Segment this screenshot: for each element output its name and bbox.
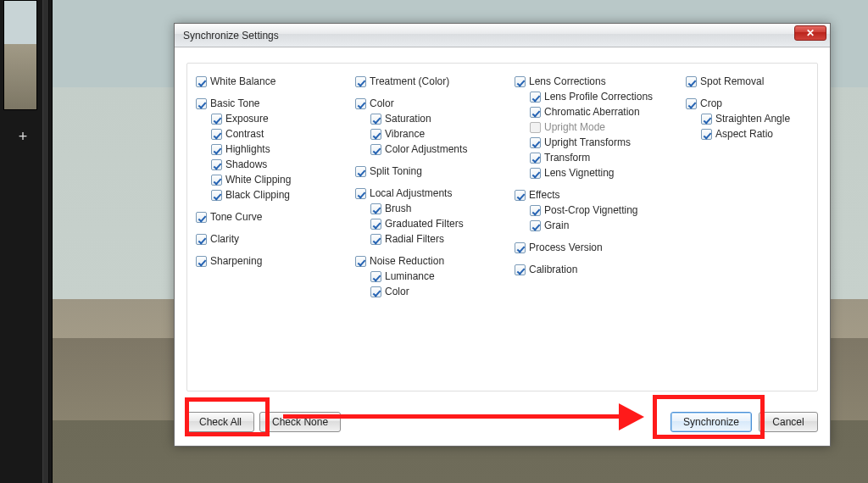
chk-straighten-angle[interactable]: Straighten Angle	[701, 111, 809, 126]
chk-saturation[interactable]: Saturation	[370, 111, 506, 126]
dialog-titlebar: Synchronize Settings	[175, 24, 830, 47]
chk-post-crop-vig[interactable]: Post-Crop Vignetting	[530, 203, 677, 218]
chk-upright-transforms[interactable]: Upright Transforms	[530, 135, 677, 150]
chk-calibration[interactable]: Calibration	[515, 262, 677, 277]
check-none-button[interactable]: Check None	[259, 412, 341, 432]
label: Basic Tone	[210, 97, 259, 109]
chk-shadows[interactable]: Shadows	[211, 157, 347, 172]
chk-color[interactable]: Color	[355, 96, 506, 111]
label: Crop	[700, 97, 722, 109]
chk-local-adjustments[interactable]: Local Adjustments	[355, 186, 506, 201]
chk-radial-filters[interactable]: Radial Filters	[370, 231, 506, 247]
chk-brush[interactable]: Brush	[370, 201, 506, 216]
dialog-content: White Balance Basic Tone Exposure Contra…	[186, 63, 818, 391]
chk-effects[interactable]: Effects	[515, 187, 677, 203]
chk-white-clipping[interactable]: White Clipping	[211, 172, 347, 187]
label: Lens Corrections	[529, 75, 606, 87]
chk-basic-tone[interactable]: Basic Tone	[196, 96, 347, 111]
label: Color Adjustments	[385, 143, 467, 155]
dialog-button-row: Check All Check None Synchronize Cancel	[186, 412, 818, 432]
chk-tone-curve[interactable]: Tone Curve	[196, 209, 347, 225]
label: Black Clipping	[225, 189, 290, 201]
chk-noise-color[interactable]: Color	[370, 284, 506, 299]
label: Grain	[544, 219, 569, 231]
label: Luminance	[385, 270, 435, 282]
label: Split Toning	[370, 165, 422, 177]
chk-lens-profile[interactable]: Lens Profile Corrections	[530, 89, 677, 104]
plus-icon[interactable]: +	[15, 129, 31, 144]
label: Tone Curve	[210, 211, 262, 223]
chk-lens-vignetting[interactable]: Lens Vignetting	[530, 165, 677, 180]
chk-process-version[interactable]: Process Version	[515, 240, 677, 255]
label: Treatment (Color)	[370, 75, 449, 87]
chk-upright-mode: Upright Mode	[530, 119, 677, 135]
label: Straighten Angle	[715, 113, 790, 125]
chk-graduated-filters[interactable]: Graduated Filters	[370, 216, 506, 231]
chk-split-toning[interactable]: Split Toning	[355, 164, 506, 179]
chk-chromatic[interactable]: Chromatic Aberration	[530, 104, 677, 119]
filmstrip-thumb[interactable]	[3, 0, 37, 110]
chk-white-balance[interactable]: White Balance	[196, 74, 347, 89]
synchronize-settings-dialog: Synchronize Settings White Balance Basic…	[174, 23, 831, 447]
chk-clarity[interactable]: Clarity	[196, 231, 347, 247]
label: Highlights	[225, 143, 270, 155]
label: Brush	[385, 203, 411, 214]
label: Local Adjustments	[370, 187, 452, 199]
label: White Balance	[210, 75, 275, 87]
label: Noise Reduction	[370, 255, 444, 267]
label: Post-Crop Vignetting	[544, 204, 638, 216]
label: White Clipping	[225, 174, 291, 186]
panel-separator	[42, 0, 49, 483]
close-icon[interactable]	[794, 25, 826, 41]
chk-sharpening[interactable]: Sharpening	[196, 253, 347, 269]
label: Clarity	[210, 233, 239, 245]
label: Aspect Ratio	[715, 128, 773, 140]
label: Process Version	[529, 242, 603, 253]
chk-noise-reduction[interactable]: Noise Reduction	[355, 253, 506, 269]
chk-color-adjustments[interactable]: Color Adjustments	[370, 142, 506, 157]
label: Lens Profile Corrections	[544, 91, 653, 103]
chk-transform[interactable]: Transform	[530, 150, 677, 165]
check-all-button[interactable]: Check All	[186, 412, 254, 432]
chk-grain[interactable]: Grain	[530, 218, 677, 233]
label: Saturation	[385, 113, 431, 125]
synchronize-button[interactable]: Synchronize	[670, 412, 752, 432]
chk-contrast[interactable]: Contrast	[211, 126, 347, 142]
label: Contrast	[225, 128, 264, 140]
cancel-button[interactable]: Cancel	[759, 412, 818, 432]
label: Upright Transforms	[544, 136, 631, 148]
label: Upright Mode	[544, 121, 605, 133]
label: Spot Removal	[700, 75, 764, 87]
chk-aspect-ratio[interactable]: Aspect Ratio	[701, 126, 809, 142]
label: Calibration	[529, 264, 577, 275]
label: Transform	[544, 152, 590, 164]
chk-spot-removal[interactable]: Spot Removal	[686, 74, 809, 89]
chk-exposure[interactable]: Exposure	[211, 111, 347, 126]
label: Radial Filters	[385, 233, 444, 245]
chk-highlights[interactable]: Highlights	[211, 142, 347, 157]
label: Chromatic Aberration	[544, 106, 640, 118]
label: Graduated Filters	[385, 218, 464, 230]
dialog-title: Synchronize Settings	[183, 30, 279, 42]
chk-lens-corrections[interactable]: Lens Corrections	[515, 74, 677, 89]
chk-crop[interactable]: Crop	[686, 96, 809, 111]
chk-black-clipping[interactable]: Black Clipping	[211, 187, 347, 203]
label: Color	[385, 286, 409, 297]
chk-treatment[interactable]: Treatment (Color)	[355, 74, 506, 89]
label: Effects	[529, 189, 559, 201]
label: Lens Vignetting	[544, 167, 615, 179]
label: Color	[370, 97, 394, 109]
label: Shadows	[225, 158, 267, 170]
label: Sharpening	[210, 255, 262, 267]
chk-vibrance[interactable]: Vibrance	[370, 126, 506, 142]
label: Exposure	[225, 113, 269, 125]
chk-luminance[interactable]: Luminance	[370, 269, 506, 284]
label: Vibrance	[385, 128, 425, 140]
